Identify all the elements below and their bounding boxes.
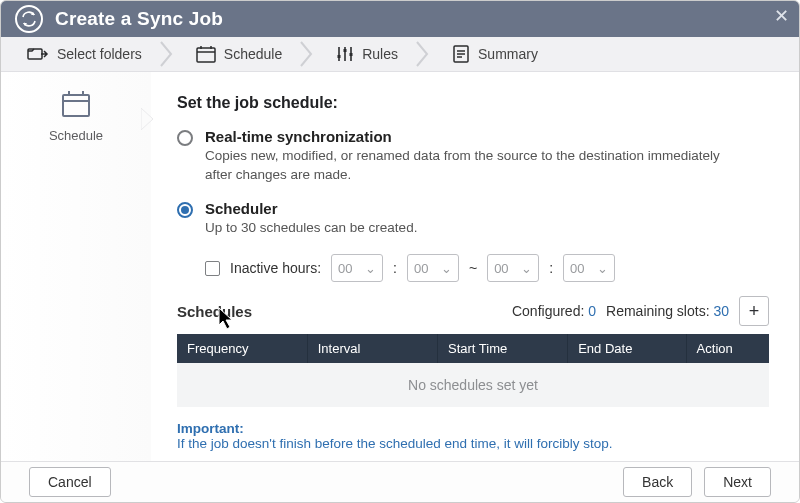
step-schedule[interactable]: Schedule (184, 37, 294, 71)
svg-rect-1 (197, 48, 215, 62)
col-action: Action (686, 334, 769, 363)
option-realtime[interactable]: Real-time synchronization Copies new, mo… (177, 128, 769, 185)
schedules-label: Schedules (177, 303, 252, 320)
sidebar-pointer-icon (141, 108, 155, 130)
back-button[interactable]: Back (623, 467, 692, 497)
sync-logo-icon (15, 5, 43, 33)
important-note: Important: If the job doesn't finish bef… (177, 421, 769, 451)
step-label: Select folders (57, 46, 142, 62)
step-select-folders[interactable]: Select folders (15, 37, 154, 71)
content-heading: Set the job schedule: (177, 94, 769, 112)
remaining-count: 30 (713, 303, 729, 319)
svg-rect-15 (63, 95, 89, 116)
inactive-hours-row: Inactive hours: 00⌄ : 00⌄ ~ 00⌄ : 00⌄ (205, 254, 769, 282)
step-bar: Select folders Schedule Rules Summary (1, 37, 799, 72)
chevron-down-icon: ⌄ (597, 261, 608, 276)
window-title: Create a Sync Job (55, 8, 223, 30)
svg-rect-10 (350, 53, 353, 56)
add-schedule-button[interactable]: + (739, 296, 769, 326)
col-end-date: End Date (568, 334, 686, 363)
sidebar: Schedule (1, 72, 151, 462)
step-summary[interactable]: Summary (440, 37, 550, 71)
chevron-down-icon: ⌄ (365, 261, 376, 276)
col-start-time: Start Time (437, 334, 567, 363)
sidebar-label: Schedule (49, 128, 103, 143)
title-bar: Create a Sync Job ✕ (1, 1, 799, 37)
inactive-start-min[interactable]: 00⌄ (407, 254, 459, 282)
step-chevron-icon (300, 37, 318, 71)
chevron-down-icon: ⌄ (441, 261, 452, 276)
content-panel: Set the job schedule: Real-time synchron… (151, 72, 799, 462)
col-interval: Interval (307, 334, 437, 363)
inactive-end-hour[interactable]: 00⌄ (487, 254, 539, 282)
step-label: Summary (478, 46, 538, 62)
chevron-down-icon: ⌄ (521, 261, 532, 276)
important-label: Important: (177, 421, 769, 436)
calendar-icon (196, 45, 216, 63)
radio-realtime[interactable] (177, 130, 193, 146)
radio-scheduler[interactable] (177, 202, 193, 218)
inactive-hours-checkbox[interactable] (205, 261, 220, 276)
next-button[interactable]: Next (704, 467, 771, 497)
step-label: Schedule (224, 46, 282, 62)
realtime-desc: Copies new, modified, or renamed data fr… (205, 147, 725, 185)
sliders-icon (336, 45, 354, 63)
body: Schedule Set the job schedule: Real-time… (1, 72, 799, 462)
col-frequency: Frequency (177, 334, 307, 363)
step-chevron-icon (160, 37, 178, 71)
step-chevron-icon (416, 37, 434, 71)
calendar-icon (61, 90, 91, 122)
cancel-button[interactable]: Cancel (29, 467, 111, 497)
schedules-header: Schedules Configured: 0 Remaining slots:… (177, 296, 769, 326)
step-label: Rules (362, 46, 398, 62)
scheduler-desc: Up to 30 schedules can be created. (205, 219, 417, 238)
summary-icon (452, 45, 470, 63)
footer: Cancel Back Next (1, 461, 799, 502)
folders-icon (27, 45, 49, 63)
svg-rect-8 (338, 55, 341, 58)
step-rules[interactable]: Rules (324, 37, 410, 71)
inactive-end-min[interactable]: 00⌄ (563, 254, 615, 282)
inactive-start-hour[interactable]: 00⌄ (331, 254, 383, 282)
sync-job-window: Create a Sync Job ✕ Select folders Sched… (0, 0, 800, 503)
schedules-empty: No schedules set yet (177, 363, 769, 407)
realtime-title: Real-time synchronization (205, 128, 725, 145)
close-icon[interactable]: ✕ (774, 7, 789, 25)
option-scheduler[interactable]: Scheduler Up to 30 schedules can be crea… (177, 200, 769, 238)
scheduler-title: Scheduler (205, 200, 417, 217)
schedules-table: Frequency Interval Start Time End Date A… (177, 334, 769, 407)
svg-rect-9 (344, 49, 347, 52)
inactive-hours-label: Inactive hours: (230, 260, 321, 276)
configured-count: 0 (588, 303, 596, 319)
important-text: If the job doesn't finish before the sch… (177, 436, 769, 451)
